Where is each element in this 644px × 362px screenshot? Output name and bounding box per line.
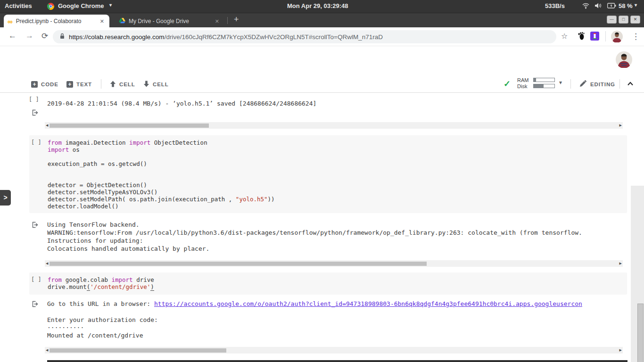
add-code-icon: + (31, 81, 38, 88)
code-cell[interactable]: [ ] from imageai.Detection import Object… (29, 135, 627, 213)
colab-header: CO Predict.ipynb ☆ File Edit View Insert… (0, 46, 644, 75)
tab-strip: ∞ Predict.ipynb - Colaborato ✕ My Drive … (0, 13, 644, 27)
tab-close-icon[interactable]: ✕ (214, 18, 221, 25)
back-icon[interactable]: ← (8, 31, 17, 41)
wifi-icon[interactable] (582, 2, 590, 10)
v-scrollbar-thumb[interactable] (637, 304, 644, 362)
h-scrollbar-thumb[interactable] (50, 262, 427, 266)
clock[interactable]: Mon Apr 29, 03:29:48 (287, 2, 348, 9)
app-menu-caret-icon: ▾ (109, 2, 112, 8)
cell-down-label: CELL (153, 82, 169, 87)
cell-output-icon[interactable] (31, 221, 39, 230)
tab-close-icon[interactable]: ✕ (99, 18, 106, 25)
mounted-line: Mounted at /content/gdrive (47, 331, 627, 339)
cell-output-icon[interactable] (31, 109, 39, 118)
cell-up-label: CELL (119, 82, 135, 87)
disk-label: Disk (517, 83, 527, 89)
gnome-extension-icon[interactable] (577, 32, 586, 43)
code-cell[interactable]: [ ] from google.colab import drivedrive.… (29, 272, 627, 295)
run-cell-button[interactable]: [ ] (31, 139, 41, 146)
app-menu[interactable]: Google Chrome (58, 2, 104, 9)
scroll-left-icon[interactable]: ◀ (46, 262, 48, 265)
disk-meter[interactable] (533, 84, 555, 88)
account-avatar[interactable] (616, 51, 632, 70)
ram-label: RAM (517, 77, 528, 83)
url-text[interactable]: https://colab.research.google.com/drive/… (69, 33, 383, 41)
next-cell-edge (47, 360, 627, 362)
drive-favicon-icon (119, 17, 125, 25)
status-caret-icon[interactable]: ▾ (635, 2, 637, 8)
scroll-right-icon[interactable]: ▶ (619, 123, 622, 127)
auth-prompt-line: Go to this URL in a browser: https://acc… (47, 300, 627, 308)
toolbar-separator (605, 31, 606, 41)
add-code-label: CODE (41, 82, 58, 87)
enter-code-line: Enter your authorization code: (47, 316, 627, 324)
oauth-link[interactable]: https://accounts.google.com/o/oauth2/aut… (154, 300, 582, 307)
collapse-header-icon[interactable] (627, 80, 634, 90)
tab-drive[interactable]: My Drive - Google Drive ✕ (115, 16, 224, 27)
screen: Activities Google Chrome ▾ Mon Apr 29, 0… (0, 0, 644, 362)
code-editor[interactable]: from imageai.Detection import ObjectDete… (48, 139, 275, 210)
toolbar-divider (101, 79, 101, 89)
resources-caret-icon[interactable]: ▾ (559, 79, 562, 86)
tf-output: Using TensorFlow backend. WARNING:tensor… (47, 221, 627, 253)
battery-icon[interactable] (607, 3, 616, 10)
code-editor[interactable]: from google.colab import drivedrive.moun… (48, 276, 154, 290)
run-cell-button[interactable]: [ ] (31, 276, 41, 283)
browser-avatar[interactable] (611, 31, 623, 44)
add-text-icon: + (66, 81, 73, 88)
tab-title: My Drive - Google Drive (129, 18, 210, 25)
window-close-button[interactable]: ✕ (630, 16, 640, 24)
volume-icon[interactable] (594, 2, 602, 10)
battery-percent: 58 % (619, 2, 633, 9)
arrow-up-icon (109, 80, 116, 90)
h-scrollbar[interactable]: ◀ ▶ (45, 347, 623, 354)
h-scrollbar[interactable]: ◀ ▶ (45, 122, 623, 129)
toolbar-divider (570, 79, 571, 89)
browser-toolbar: ← → ⟳ https://colab.research.google.com/… (0, 27, 644, 46)
window-minimize-button[interactable]: — (607, 16, 617, 24)
forward-icon[interactable]: → (25, 31, 33, 41)
arrow-down-icon (143, 80, 150, 90)
masked-auth-input[interactable]: ·········· (47, 323, 627, 331)
reload-icon[interactable]: ⟳ (41, 31, 48, 41)
run-cell-button[interactable]: [ ] (29, 96, 39, 103)
chrome-icon (47, 3, 54, 10)
sidebar-expand-button[interactable]: > (0, 190, 11, 206)
pencil-icon (579, 80, 586, 90)
tab-colab[interactable]: ∞ Predict.ipynb - Colaborato ✕ (4, 15, 109, 28)
h-scrollbar-thumb[interactable] (50, 123, 209, 128)
editing-label: EDITING (590, 82, 615, 87)
lighthouse-extension-icon[interactable] (590, 32, 599, 42)
connected-check-icon[interactable]: ✓ (504, 79, 511, 89)
scroll-left-icon[interactable]: ◀ (46, 123, 48, 127)
bookmark-star-icon[interactable]: ☆ (561, 32, 568, 41)
h-scrollbar-thumb[interactable] (50, 348, 226, 353)
colab-favicon-icon: ∞ (8, 18, 13, 25)
ram-meter[interactable] (533, 78, 555, 82)
h-scrollbar[interactable]: ◀ ▶ (45, 260, 623, 267)
system-bar: Activities Google Chrome ▾ Mon Apr 29, 0… (0, 0, 644, 13)
browser-menu-icon[interactable]: ⋮ (632, 32, 640, 41)
lock-icon[interactable] (59, 33, 65, 41)
cell-output-icon[interactable] (31, 300, 39, 310)
scroll-right-icon[interactable]: ▶ (619, 348, 622, 352)
tab-title: Predict.ipynb - Colaborato (16, 18, 95, 25)
notebook-content: > [ ] 2019-04-28 21:01:54 (98.4 MB/s) - … (0, 93, 644, 362)
notebook-toolbar: + CODE + TEXT CELL CELL ✓ RAM Disk ▾ (0, 75, 644, 93)
tab-separator (227, 17, 228, 24)
activities-button[interactable]: Activities (5, 2, 32, 9)
network-rate: 533B/s (545, 2, 565, 9)
toolbar-divider (619, 79, 620, 89)
scroll-left-icon[interactable]: ◀ (46, 348, 48, 352)
wget-output-line: 2019-04-28 21:01:54 (98.4 MB/s) - ‘yolo.… (47, 99, 627, 107)
window-maximize-button[interactable]: □ (619, 16, 628, 24)
new-tab-button[interactable]: + (234, 15, 239, 25)
url-bar[interactable]: https://colab.research.google.com/drive/… (53, 30, 556, 43)
add-text-label: TEXT (76, 82, 92, 87)
scroll-right-icon[interactable]: ▶ (619, 262, 622, 265)
